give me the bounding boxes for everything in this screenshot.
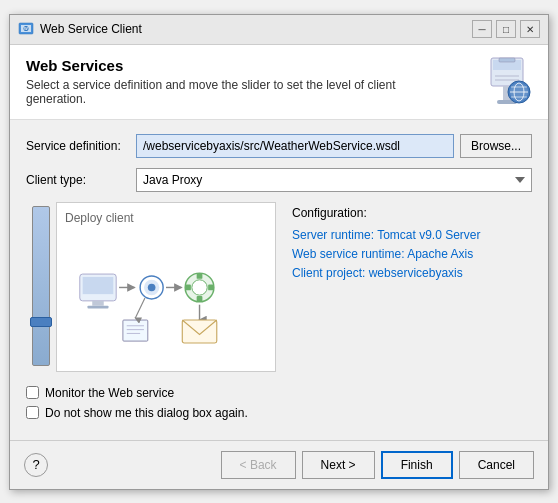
- slider-panel: [26, 202, 56, 372]
- svg-rect-34: [123, 320, 148, 341]
- svg-rect-18: [83, 276, 114, 293]
- page-title: Web Services: [26, 57, 406, 74]
- slider-track[interactable]: [32, 206, 50, 366]
- wizard-icon: [482, 57, 532, 107]
- donotshow-label[interactable]: Do not show me this dialog box again.: [45, 406, 248, 420]
- deploy-panel-title: Deploy client: [65, 211, 267, 225]
- donotshow-checkbox[interactable]: [26, 406, 39, 419]
- client-type-input-wrapper: Java Proxy JAX-WS: [136, 168, 532, 192]
- deploy-diagram: [65, 233, 267, 363]
- next-button[interactable]: Next >: [302, 451, 375, 479]
- footer: ? < Back Next > Finish Cancel: [10, 441, 548, 489]
- middle-section: Deploy client: [26, 202, 532, 372]
- close-button[interactable]: ✕: [520, 20, 540, 38]
- window-controls: ─ □ ✕: [472, 20, 540, 38]
- svg-rect-28: [197, 273, 203, 279]
- slider-thumb[interactable]: [30, 317, 52, 327]
- svg-rect-20: [87, 305, 108, 308]
- maximize-button[interactable]: □: [496, 20, 516, 38]
- checkbox-section: Monitor the Web service Do not show me t…: [26, 386, 532, 420]
- svg-rect-19: [92, 300, 103, 305]
- svg-rect-30: [185, 284, 191, 290]
- config-link-project[interactable]: Client project: webservicebyaxis: [292, 266, 532, 280]
- window-title: Web Service Client: [40, 22, 472, 36]
- browse-button[interactable]: Browse...: [460, 134, 532, 158]
- header-section: Web Services Select a service definition…: [10, 45, 548, 120]
- service-definition-row: Service definition: Browse...: [26, 134, 532, 158]
- header-text: Web Services Select a service definition…: [26, 57, 406, 106]
- service-definition-input[interactable]: [136, 134, 454, 158]
- client-type-row: Client type: Java Proxy JAX-WS: [26, 168, 532, 192]
- svg-rect-31: [208, 284, 214, 290]
- client-type-label: Client type:: [26, 173, 136, 187]
- svg-line-38: [135, 298, 145, 318]
- config-panel: Configuration: Server runtime: Tomcat v9…: [292, 202, 532, 372]
- minimize-button[interactable]: ─: [472, 20, 492, 38]
- config-title: Configuration:: [292, 206, 532, 220]
- monitor-label[interactable]: Monitor the Web service: [45, 386, 174, 400]
- config-link-server[interactable]: Server runtime: Tomcat v9.0 Server: [292, 228, 532, 242]
- config-link-runtime[interactable]: Web service runtime: Apache Axis: [292, 247, 532, 261]
- help-button[interactable]: ?: [24, 453, 48, 477]
- svg-rect-33: [182, 320, 216, 343]
- svg-text:W: W: [24, 26, 28, 31]
- deploy-area: Deploy client: [26, 202, 276, 372]
- back-button[interactable]: < Back: [221, 451, 296, 479]
- checkbox-row-donotshow: Do not show me this dialog box again.: [26, 406, 532, 420]
- service-definition-label: Service definition:: [26, 139, 136, 153]
- deploy-panel: Deploy client: [56, 202, 276, 372]
- client-type-select[interactable]: Java Proxy JAX-WS: [136, 168, 532, 192]
- svg-point-27: [192, 279, 207, 294]
- svg-rect-6: [499, 58, 515, 62]
- service-definition-input-wrapper: Browse...: [136, 134, 532, 158]
- main-window: W Web Service Client ─ □ ✕ Web Services …: [9, 14, 549, 490]
- monitor-checkbox[interactable]: [26, 386, 39, 399]
- cancel-button[interactable]: Cancel: [459, 451, 534, 479]
- page-subtitle: Select a service definition and move the…: [26, 78, 406, 106]
- main-content: Service definition: Browse... Client typ…: [10, 120, 548, 440]
- svg-rect-29: [197, 296, 203, 302]
- window-icon: W: [18, 21, 34, 37]
- svg-point-24: [148, 283, 156, 291]
- checkbox-row-monitor: Monitor the Web service: [26, 386, 532, 400]
- content-area: Web Services Select a service definition…: [10, 45, 548, 489]
- title-bar: W Web Service Client ─ □ ✕: [10, 15, 548, 45]
- finish-button[interactable]: Finish: [381, 451, 453, 479]
